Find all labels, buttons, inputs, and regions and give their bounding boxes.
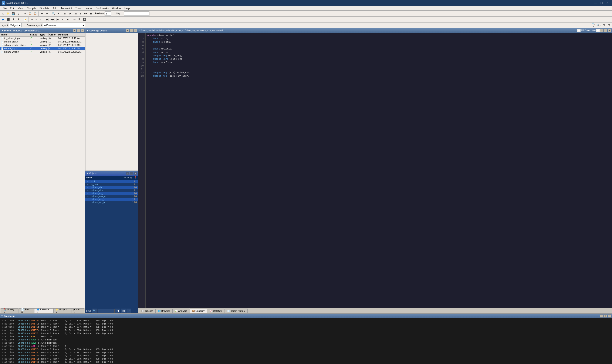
find-next-btn[interactable]: ✓ bbox=[126, 309, 131, 313]
objects-close-btn[interactable]: ✕ bbox=[134, 172, 137, 175]
open-btn[interactable]: 📁 bbox=[6, 11, 11, 16]
column-layout-select[interactable]: AllColumns bbox=[43, 23, 85, 27]
menu-add[interactable]: Add bbox=[51, 6, 59, 10]
sim-start-btn[interactable]: ▶ bbox=[1, 17, 6, 22]
list-item[interactable]: → sdram_cs_n 1'h0 bbox=[85, 192, 138, 195]
transcript-content[interactable]: # at time 208170 ns WRITE: Bank = 0 Row … bbox=[0, 318, 612, 364]
list-item[interactable]: → sdram_cke 1'h1 bbox=[85, 189, 138, 192]
tab-dataflow[interactable]: 📈 Dataflow bbox=[207, 309, 224, 313]
break-btn[interactable]: ⏸ bbox=[78, 11, 83, 16]
list-item[interactable]: → sdram_we_n 1'h0 bbox=[85, 201, 138, 204]
find-btn[interactable]: 🔍 bbox=[51, 11, 56, 16]
maximize-button[interactable]: □ bbox=[599, 1, 604, 5]
zoom-full-btn[interactable]: ⊡ bbox=[606, 23, 611, 28]
list-btn[interactable]: ☰ bbox=[77, 17, 82, 22]
cont-btn[interactable]: ▶▶ bbox=[83, 11, 88, 16]
list-item[interactable]: → sclk 1'h1 bbox=[85, 180, 138, 183]
tab-library[interactable]: 📚 Library ✕ bbox=[1, 308, 18, 313]
tab-analysis[interactable]: 📊 Analysis bbox=[172, 309, 189, 313]
list-item[interactable]: → s_rstn 1'h1 bbox=[85, 183, 138, 186]
table-row[interactable]: 📄 sdram_aref.v ✓ Verilog 1 04/13/2022 08… bbox=[0, 40, 85, 43]
schm-btn[interactable]: 🔲 bbox=[82, 17, 87, 22]
menu-simulate[interactable]: Simulate bbox=[38, 6, 51, 10]
zoom-out-btn[interactable]: 🔍- bbox=[596, 23, 601, 28]
transcript-max-btn[interactable]: □ bbox=[604, 314, 607, 317]
help-search-input[interactable] bbox=[124, 12, 150, 16]
coverage-close-btn[interactable]: ✕ bbox=[134, 29, 137, 32]
minimize-button[interactable]: — bbox=[593, 1, 598, 5]
redo-btn[interactable]: ↪ bbox=[45, 11, 49, 16]
print-btn[interactable]: 🖨 bbox=[16, 11, 21, 16]
menu-edit[interactable]: Edit bbox=[8, 6, 16, 10]
menu-help[interactable]: Help bbox=[123, 6, 132, 10]
sim-btn4[interactable]: ⬇ bbox=[16, 17, 21, 22]
menu-transcript[interactable]: Transcript bbox=[59, 6, 74, 10]
project-float-btn[interactable]: □ bbox=[77, 29, 80, 32]
run-btn[interactable]: ▶| bbox=[45, 17, 50, 22]
stop-btn[interactable]: ⏹ bbox=[88, 11, 93, 16]
copy-btn[interactable]: 📋 bbox=[28, 11, 32, 16]
menu-layout[interactable]: Layout bbox=[83, 6, 94, 10]
stepover-btn[interactable]: ⏭ bbox=[73, 11, 78, 16]
transcript-min-btn[interactable]: + bbox=[600, 314, 603, 317]
log-btn[interactable]: 📝 bbox=[23, 17, 27, 22]
list-item[interactable]: → sdram_ras_n 1'h1 bbox=[85, 198, 138, 201]
table-row[interactable]: 📄 tb_sdram_top.v ✓ Verilog 0 04/13/2022 … bbox=[0, 37, 85, 40]
tab-capacity[interactable]: 📦 Capacity bbox=[190, 309, 207, 313]
tab-sdram-write[interactable]: 📄 sdram_write.v bbox=[225, 309, 248, 313]
save-btn[interactable]: 💾 bbox=[11, 11, 16, 16]
menu-view[interactable]: View bbox=[16, 6, 25, 10]
break2-btn[interactable]: ⏸ bbox=[60, 17, 65, 22]
step-btn[interactable]: ▶ bbox=[68, 11, 73, 16]
time-up-btn[interactable]: ▲ bbox=[39, 17, 43, 22]
objects-min-btn[interactable]: + bbox=[126, 172, 129, 175]
code-float-btn[interactable]: □ bbox=[604, 29, 607, 32]
stop2-btn[interactable]: ■ bbox=[66, 17, 70, 22]
restart-btn[interactable]: ⏮ bbox=[63, 11, 68, 16]
objects-float-btn[interactable]: □ bbox=[130, 172, 133, 175]
table-row[interactable]: 📄 sdram_model_plus.... ✓ Verilog 2 04/16… bbox=[0, 43, 85, 47]
project-minimize-btn[interactable]: + bbox=[73, 29, 76, 32]
find-icon-btn[interactable]: 🔍 bbox=[92, 309, 97, 313]
zoom-fit-btn[interactable]: ⊞ bbox=[601, 23, 606, 28]
transcript-close-btn[interactable]: ✕ bbox=[608, 314, 611, 317]
menu-compile[interactable]: Compile bbox=[25, 6, 38, 10]
runstep-btn[interactable]: |▶ bbox=[55, 17, 60, 22]
cut-btn[interactable]: ✂ bbox=[23, 11, 27, 16]
code-content[interactable]: module sdram_write( input sclk, input s_… bbox=[146, 33, 193, 308]
code-fwd-btn[interactable]: ▶ bbox=[596, 29, 600, 32]
list-item[interactable]: → sdram_clk 1'h0 bbox=[85, 186, 138, 189]
code-close-btn[interactable]: ✕ bbox=[608, 29, 611, 32]
menu-window[interactable]: Window bbox=[110, 6, 123, 10]
breakpoint-btn[interactable]: ● bbox=[56, 11, 61, 16]
sim-btn2[interactable]: ⬛ bbox=[6, 17, 11, 22]
help-btn[interactable]: Help bbox=[113, 11, 123, 16]
close-button[interactable]: ✕ bbox=[605, 1, 610, 5]
runall-btn[interactable]: ▶▶| bbox=[50, 17, 55, 22]
find-prev-btn[interactable]: ◀ bbox=[115, 309, 120, 313]
list-item[interactable]: → sdram_cas_n 1'h0 bbox=[85, 195, 138, 198]
zoom-in-btn[interactable]: 🔍+ bbox=[591, 23, 596, 28]
tab-project[interactable]: 📁 Project ✕ bbox=[53, 308, 71, 313]
paste-btn[interactable]: 📋 bbox=[33, 11, 38, 16]
precision-input[interactable] bbox=[105, 12, 111, 16]
tab-sim[interactable]: ▶ sim ✕ bbox=[71, 308, 84, 313]
table-row[interactable]: 📄 sdram_top.v ✓ Verilog 4 04/16/2022 11:… bbox=[0, 47, 85, 50]
undo-btn[interactable]: ↩ bbox=[40, 11, 44, 16]
tab-files[interactable]: 📄 Files ✕ bbox=[19, 308, 34, 313]
table-row[interactable]: 📄 sdram_write.v ✓ Verilog 5 04/16/2022 1… bbox=[0, 50, 85, 53]
tab-instance[interactable]: 🔷 Instance ✕ bbox=[34, 308, 53, 313]
code-min-btn[interactable]: + bbox=[600, 29, 603, 32]
tab-browser[interactable]: 🌐 Browser bbox=[155, 309, 172, 313]
layout-select[interactable]: VMgmt bbox=[9, 23, 22, 27]
new-btn[interactable]: 🗋 bbox=[1, 11, 6, 16]
objects-scroll-btn[interactable]: 📍 bbox=[134, 176, 137, 180]
project-close-btn[interactable]: ✕ bbox=[81, 29, 84, 32]
wave-btn[interactable]: 〜 bbox=[72, 17, 77, 22]
sim-btn3[interactable]: ⬆ bbox=[11, 17, 16, 22]
coverage-float-btn[interactable]: □ bbox=[130, 29, 133, 32]
tab-tracker[interactable]: 🔲 Tracker bbox=[139, 309, 155, 313]
coverage-min-btn[interactable]: + bbox=[126, 29, 129, 32]
menu-bookmarks[interactable]: Bookmarks bbox=[94, 6, 110, 10]
code-back-btn[interactable]: ◀ bbox=[577, 29, 581, 32]
